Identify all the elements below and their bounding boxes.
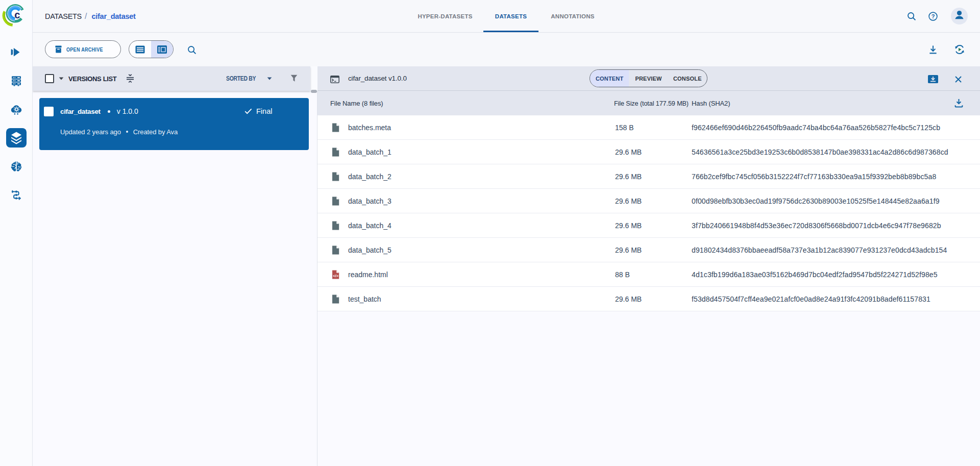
svg-text:</>: </>	[333, 274, 338, 278]
svg-text:c: c	[14, 9, 20, 20]
svg-text:?: ?	[932, 13, 935, 19]
